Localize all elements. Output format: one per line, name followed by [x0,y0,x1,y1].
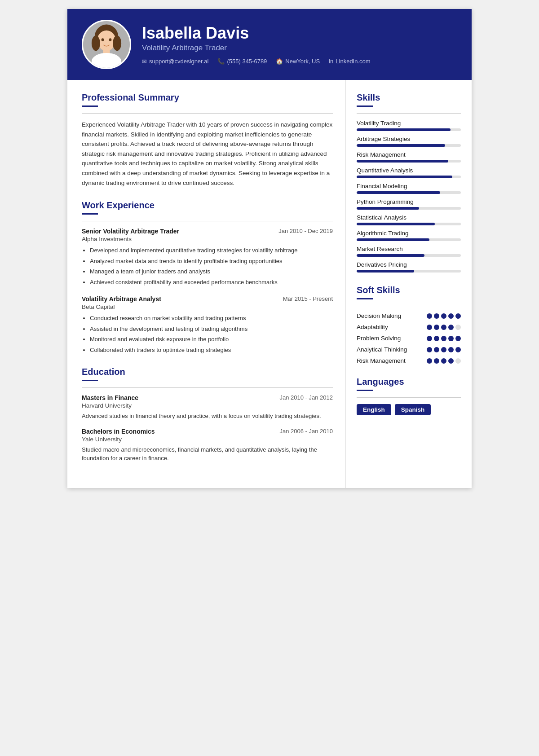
skill-dot [448,336,454,341]
soft-skill-item: Problem Solving [357,335,461,342]
summary-title: Professional Summary [82,92,333,103]
skill-name: Statistical Analysis [357,214,461,221]
skill-dot [448,313,454,319]
education-divider [82,380,98,381]
summary-section: Professional Summary Experienced Volatil… [82,92,333,188]
edu-degree: Masters in Finance [82,394,138,401]
job-company: Alpha Investments [82,236,333,242]
skill-dot [441,325,446,330]
soft-skill-item: Analytical Thinking [357,346,461,353]
soft-skill-name: Decision Making [357,312,427,319]
skill-bar-bg [357,160,461,163]
skill-dot [448,347,454,352]
soft-skill-item: Decision Making [357,312,461,319]
skill-item: Statistical Analysis [357,214,461,225]
language-pills: EnglishSpanish [357,404,461,415]
job-bullet: Assisted in the development and testing … [90,325,333,334]
jobs-list: Senior Volatility Arbitrage Trader Jan 2… [82,228,333,354]
svg-point-8 [109,38,112,41]
email-icon: ✉ [142,58,147,65]
edu-school: Yale University [82,436,333,443]
job-item: Volatility Arbitrage Analyst Mar 2015 - … [82,295,333,354]
skill-dots [427,325,461,330]
languages-hr [357,397,461,398]
soft-skill-name: Problem Solving [357,335,427,342]
summary-hr [82,113,333,114]
skill-item: Quantitative Analysis [357,167,461,178]
experience-title: Work Experience [82,200,333,211]
experience-section: Work Experience Senior Volatility Arbitr… [82,200,333,354]
svg-point-3 [92,35,100,51]
edu-desc: Advanced studies in financial theory and… [82,412,333,421]
languages-section: Languages EnglishSpanish [357,377,461,415]
job-bullet: Analyzed market data and trends to ident… [90,257,333,266]
skill-name: Volatility Trading [357,120,461,127]
skill-name: Risk Management [357,151,461,158]
skill-dot [441,313,446,319]
job-company: Beta Capital [82,303,333,310]
skill-bar-fill [357,207,419,210]
skill-dot [455,325,461,330]
candidate-title: Volatility Arbitrage Trader [142,44,457,53]
job-date: Mar 2015 - Present [283,295,333,302]
soft-skill-name: Adaptability [357,324,427,330]
skill-bar-fill [357,223,435,225]
job-bullet: Developed and implemented quantitative t… [90,246,333,255]
skill-name: Python Programming [357,198,461,205]
soft-skills-hr [357,306,461,306]
job-header: Senior Volatility Arbitrage Trader Jan 2… [82,228,333,235]
svg-point-7 [102,38,104,41]
skills-section: Skills Volatility Trading Arbitrage Stra… [357,92,461,273]
candidate-name: Isabella Davis [142,24,457,42]
soft-skill-name: Analytical Thinking [357,346,427,353]
job-bullet: Conducted research on market volatility … [90,314,333,323]
skill-name: Market Research [357,246,461,252]
edu-date: Jan 2006 - Jan 2010 [279,428,333,435]
skill-item: Risk Management [357,151,461,163]
skill-bar-fill [357,254,424,257]
soft-skill-item: Risk Management [357,357,461,364]
job-bullet: Collaborated with traders to optimize tr… [90,346,333,355]
education-section: Education Masters in Finance Jan 2010 - … [82,367,333,463]
job-bullets: Developed and implemented quantitative t… [82,246,333,286]
job-title: Senior Volatility Arbitrage Trader [82,228,179,235]
skill-dot [434,336,439,341]
contact-info: ✉ support@cvdesigner.ai 📞 (555) 345-6789… [142,58,457,65]
job-bullet: Monitored and evaluated risk exposure in… [90,335,333,344]
header-section: Isabella Davis Volatility Arbitrage Trad… [67,9,472,80]
skill-dot [427,325,432,330]
skill-bar-bg [357,238,461,241]
job-bullets: Conducted research on market volatility … [82,314,333,354]
soft-skill-name: Risk Management [357,357,427,364]
skill-bar-bg [357,207,461,210]
edu-header: Masters in Finance Jan 2010 - Jan 2012 [82,394,333,401]
skill-bar-bg [357,144,461,147]
skill-dot [448,325,454,330]
skill-bar-bg [357,128,461,131]
skill-bar-fill [357,160,448,163]
skills-hr [357,113,461,114]
skill-bar-fill [357,238,429,241]
skill-item: Arbitrage Strategies [357,136,461,147]
skill-bar-bg [357,191,461,194]
skill-bar-fill [357,270,414,273]
skill-bar-bg [357,270,461,273]
skill-name: Algorithmic Trading [357,230,461,237]
skill-dot [441,347,446,352]
skill-item: Financial Modeling [357,183,461,194]
phone-icon: 📞 [217,58,225,65]
skill-dot [455,336,461,341]
avatar [82,20,131,69]
skill-name: Arbitrage Strategies [357,136,461,142]
job-title: Volatility Arbitrage Analyst [82,295,161,303]
skill-dot [434,358,439,364]
skill-dot [434,347,439,352]
edu-date: Jan 2010 - Jan 2012 [279,394,333,401]
edu-item: Bachelors in Economics Jan 2006 - Jan 20… [82,428,333,463]
summary-divider [82,105,98,107]
job-item: Senior Volatility Arbitrage Trader Jan 2… [82,228,333,286]
skill-dots [427,313,461,319]
edu-school: Harvard University [82,402,333,409]
experience-hr [82,221,333,221]
language-pill: English [357,404,391,415]
